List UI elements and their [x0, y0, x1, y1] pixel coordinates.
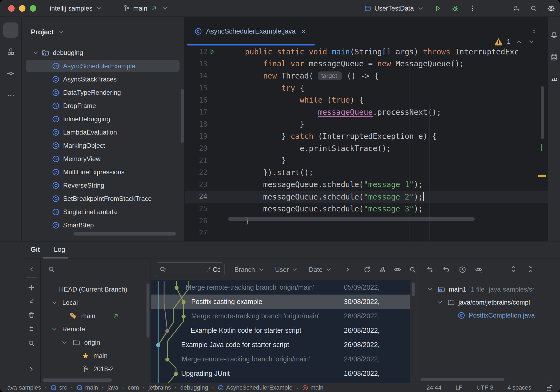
- compare-button[interactable]: [426, 266, 434, 274]
- editor-gutter[interactable]: 24: [185, 191, 224, 203]
- more-actions-button[interactable]: [468, 4, 477, 12]
- breadcrumb-item[interactable]: src: [50, 384, 67, 391]
- editor-gutter[interactable]: 16: [185, 94, 224, 106]
- rollback-button[interactable]: [442, 266, 450, 274]
- commit-list[interactable]: Merge remote-tracking branch 'origin/mai…: [151, 280, 410, 383]
- error-stripe-warning-mark[interactable]: [538, 175, 546, 177]
- editor-gutter[interactable]: 18: [185, 118, 224, 130]
- breadcrumb-item[interactable]: main: [76, 384, 98, 391]
- commit-row[interactable]: Merge remote-tracking branch 'origin/mai…: [151, 352, 410, 366]
- editor-gutter[interactable]: 13: [185, 58, 224, 70]
- tree-item-folder[interactable]: debugging: [22, 46, 184, 59]
- code-line[interactable]: 24 messageQueue.schedule("message 2");: [185, 191, 548, 203]
- code-line[interactable]: 23 messageQueue.schedule("message 1");: [185, 179, 548, 191]
- code-with-me-button[interactable]: [512, 4, 520, 12]
- history-button[interactable]: [458, 266, 467, 274]
- branches-horizontal-scrollbar[interactable]: [43, 378, 112, 382]
- commit-row[interactable]: Example Java code for starter script26/0…: [151, 338, 410, 352]
- branch-filter[interactable]: Branch: [235, 266, 265, 274]
- branch-item[interactable]: main: [41, 309, 151, 322]
- tree-item-class[interactable]: CAsyncStackTraces: [22, 73, 184, 86]
- run-button[interactable]: [434, 4, 442, 12]
- code-line[interactable]: 14 new Thread( target: () -> {: [185, 70, 548, 82]
- tree-item-class[interactable]: CSmartStep: [22, 218, 184, 232]
- branches-vertical-scrollbar[interactable]: [146, 283, 149, 338]
- delete-branch-button[interactable]: [27, 311, 35, 319]
- editor-gutter[interactable]: 20: [185, 142, 224, 155]
- commit-row[interactable]: Merge remote-tracking branch 'origin/mai…: [151, 280, 410, 295]
- debug-button[interactable]: [451, 4, 459, 12]
- tree-item-class[interactable]: CMarkingObject: [22, 139, 184, 152]
- unlocked-icon[interactable]: [545, 384, 554, 392]
- encoding-widget[interactable]: UTF-8: [477, 384, 493, 391]
- expand-all-icon[interactable]: [509, 265, 517, 273]
- tree-item-class[interactable]: CSingleLineLambda: [22, 205, 184, 218]
- editor-gutter[interactable]: 14: [185, 70, 224, 82]
- code-line[interactable]: 18 }: [185, 118, 548, 130]
- tool-strip-button-project-folder[interactable]: [3, 22, 18, 38]
- editor-gutter[interactable]: 15: [185, 82, 224, 94]
- breadcrumb-item[interactable]: ava-samples: [7, 384, 41, 391]
- search-everywhere-button[interactable]: [530, 4, 538, 12]
- fetch-button[interactable]: [27, 325, 35, 333]
- hide-branches-button[interactable]: [27, 265, 35, 273]
- caret-position-widget[interactable]: 24:44: [426, 384, 441, 391]
- log-filter-field[interactable]: .* Cc: [155, 262, 225, 277]
- tree-item-class[interactable]: CLambdaEvaluation: [22, 126, 184, 139]
- changed-dir-item[interactable]: main11 filejava-samples/sr: [418, 283, 547, 296]
- code-line[interactable]: 21 }: [185, 154, 548, 166]
- code-line[interactable]: 13 final var messageQueue = new MessageQ…: [185, 58, 548, 70]
- code-line[interactable]: 22 }).start();: [185, 166, 548, 179]
- new-branch-button[interactable]: [27, 283, 35, 292]
- close-window-button[interactable]: [8, 5, 15, 12]
- tab-log[interactable]: Log: [54, 246, 65, 253]
- tool-strip-button-more[interactable]: [3, 88, 18, 103]
- maximize-window-button[interactable]: [30, 5, 36, 12]
- editor-gutter[interactable]: 22: [185, 166, 224, 179]
- tree-item-class[interactable]: CAsyncSchedulerExample: [22, 59, 184, 73]
- project-tree-horizontal-scrollbar[interactable]: [73, 232, 176, 236]
- more-filters-button[interactable]: [344, 266, 352, 274]
- search-branches-button[interactable]: [27, 339, 35, 347]
- tab-options-button[interactable]: [530, 26, 538, 34]
- tool-strip-button-maven[interactable]: m: [549, 71, 559, 86]
- project-tree-vertical-scrollbar[interactable]: [181, 89, 184, 143]
- editor-vertical-scrollbar[interactable]: [541, 86, 544, 139]
- code-line[interactable]: 16 while (true) {: [185, 94, 548, 106]
- code-line[interactable]: 15 try {: [185, 82, 548, 94]
- commit-row[interactable]: Postfix casting example30/08/2022,: [151, 295, 410, 309]
- inspections-widget[interactable]: 1: [494, 38, 535, 46]
- editor-gutter[interactable]: 23: [185, 179, 224, 191]
- code-editor[interactable]: 12 public static void main(String[] args…: [185, 46, 548, 241]
- branch-item[interactable]: Local: [41, 296, 151, 309]
- tree-item-class[interactable]: CSetBreakpointFromStackTrace: [22, 192, 184, 205]
- previous-problem-button[interactable]: [515, 38, 523, 46]
- settings-button[interactable]: [547, 4, 555, 12]
- commit-row[interactable]: Example Kotlin code for starter script26…: [151, 323, 410, 338]
- view-options-button[interactable]: [393, 266, 402, 274]
- breadcrumb-item[interactable]: jetbrains: [148, 384, 171, 391]
- tool-strip-button-database[interactable]: [549, 50, 559, 65]
- run-line-button[interactable]: [208, 48, 216, 56]
- breadcrumb-item[interactable]: mmain: [302, 384, 324, 391]
- details-horizontal-scrollbar[interactable]: [421, 378, 504, 381]
- editor-gutter[interactable]: 25: [185, 203, 224, 215]
- editor-gutter[interactable]: 26: [185, 215, 224, 227]
- minimize-window-button[interactable]: [19, 5, 25, 12]
- tree-item-class[interactable]: CDropFrame: [22, 99, 184, 112]
- code-line[interactable]: 17 messageQueue.processNext();: [185, 106, 548, 118]
- branch-item[interactable]: 2018-2: [41, 362, 151, 375]
- tool-strip-button-structure[interactable]: [3, 44, 18, 59]
- user-filter[interactable]: User: [275, 266, 299, 274]
- breadcrumb-item[interactable]: java: [108, 384, 118, 391]
- regex-toggle[interactable]: .*: [206, 266, 210, 273]
- project-widget[interactable]: intellij-samples: [50, 0, 103, 17]
- editor-gutter[interactable]: 19: [185, 130, 224, 142]
- breadcrumb-item[interactable]: com: [128, 384, 139, 391]
- checkout-button[interactable]: [27, 297, 35, 305]
- tree-item-class[interactable]: CMemoryView: [22, 152, 184, 165]
- tree-item-class[interactable]: CInlineDebugging: [22, 112, 184, 126]
- changed-file-item[interactable]: CPostfixCompletion.java: [418, 309, 547, 322]
- project-view-selector[interactable]: Project: [31, 28, 65, 36]
- code-line[interactable]: 20 e.printStackTrace();: [185, 142, 548, 155]
